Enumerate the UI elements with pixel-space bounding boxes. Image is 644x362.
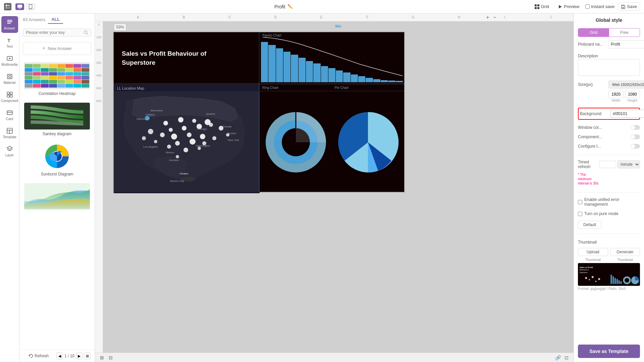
heatmap-thumbnail [24, 62, 90, 89]
upload-thumbnail-btn[interactable]: Upload [578, 248, 608, 256]
refresh-btn[interactable]: Refresh [29, 354, 49, 358]
search-box[interactable] [23, 29, 91, 37]
ruler-top: A B C D E F G H I J + − [95, 13, 574, 21]
window-col-toggle[interactable] [631, 125, 640, 130]
grid-toggle-btn[interactable]: Grid [578, 29, 609, 37]
description-textarea[interactable] [578, 59, 640, 76]
width-input[interactable] [608, 91, 624, 98]
main-area: Answer T Text Multimedia Material Compon… [0, 13, 644, 362]
size-inputs: Width Height [608, 91, 640, 102]
svg-point-92 [592, 276, 594, 278]
pareto-chart[interactable]: Pareto Chart [260, 32, 404, 84]
canvas-empty-area[interactable] [113, 199, 405, 266]
refresh-value-input[interactable] [599, 161, 616, 168]
canvas-bottom-right: 🔗 ⊡ [555, 355, 570, 361]
description-row: Description [578, 54, 640, 77]
svg-point-41 [178, 117, 183, 122]
dashboard-canvas[interactable]: Sales vs Profit Behaviour ofSuperstore P… [113, 32, 405, 193]
pareto-bars [260, 39, 404, 82]
sidebar-item-card[interactable]: Card [1, 107, 18, 123]
svg-rect-3 [8, 7, 10, 9]
background-input[interactable] [610, 110, 644, 118]
grid-icon[interactable]: ⊟ [108, 355, 114, 361]
sidebar-item-text[interactable]: T Text [1, 34, 18, 51]
canvas-viewport[interactable]: 59% 96s [103, 21, 574, 353]
canvas-bottom-bar: ⊞ ⊟ 🔗 ⊡ [95, 353, 574, 362]
all-tab[interactable]: ALL [48, 15, 63, 24]
pure-mode-checkbox[interactable] [578, 212, 582, 216]
view-toggle [15, 3, 35, 10]
svg-text:Cuba: Cuba [181, 172, 187, 175]
thumbnail-format: Format: jpg|png|gif / Ratio: 16x9 [578, 287, 640, 291]
link-icon[interactable]: 🔗 [555, 355, 561, 361]
svg-point-94 [598, 278, 600, 280]
component-toggle[interactable] [631, 135, 640, 139]
search-input[interactable] [26, 30, 84, 35]
refresh-hint: Ring Chart * Theminimuminterval is 30s [578, 172, 640, 186]
instant-save-toggle[interactable]: Instant save [585, 4, 614, 9]
save-template-btn[interactable]: Save as Template [578, 345, 640, 358]
refresh-unit-select[interactable]: minute [618, 160, 640, 168]
background-label: Background [580, 111, 608, 116]
zoom-in-btn[interactable]: + [485, 14, 491, 20]
svg-point-59 [167, 145, 171, 149]
free-toggle-btn[interactable]: Free [609, 29, 640, 37]
map-chart[interactable]: LL Location Map [114, 85, 260, 193]
next-page-btn[interactable]: ▶ [76, 353, 83, 359]
zoom-out-btn[interactable]: − [492, 14, 498, 20]
refresh-icon [29, 354, 33, 358]
grid-btn[interactable]: Grid [532, 3, 552, 10]
default-btn[interactable]: Default [578, 221, 601, 229]
search-icon [84, 30, 88, 35]
error-mgmt-row: Enable unified error management [578, 197, 640, 207]
share-icon[interactable]: ⊡ [564, 355, 570, 361]
desktop-view-btn[interactable] [15, 3, 24, 10]
size-preset-select[interactable]: Web 1920(1920x1080) [608, 81, 644, 89]
sidebar-item-layer[interactable]: Layer [1, 143, 18, 160]
svg-rect-25 [10, 92, 12, 94]
svg-point-23 [8, 75, 11, 78]
pinboard-name-input[interactable] [608, 40, 644, 48]
edit-title-icon[interactable]: ✏️ [287, 4, 293, 9]
sidebar-item-material[interactable]: Material [1, 70, 18, 87]
svg-rect-16 [7, 20, 12, 20]
svg-point-42 [192, 119, 196, 123]
svg-point-44 [169, 128, 173, 132]
sidebar-item-answer[interactable]: Answer [1, 16, 18, 33]
fit-icon[interactable]: ⊞ [99, 355, 105, 361]
list-item[interactable]: Sunburst Diagram [21, 140, 93, 179]
list-item[interactable]: Sankey diagram [21, 100, 93, 139]
mobile-view-btn[interactable] [26, 3, 35, 10]
sidebar-item-template[interactable]: Template [1, 125, 18, 142]
list-item[interactable]: Correlation Heatmap [21, 60, 93, 99]
svg-point-64 [176, 155, 179, 158]
top-bar: Profit ✏️ Grid Preview Instant save Save [0, 0, 644, 13]
sidebar-item-multimedia[interactable]: Multimedia [1, 52, 18, 69]
layout-toggle: Grid Free [578, 28, 640, 37]
sidebar-item-component[interactable]: Component [1, 89, 18, 105]
pure-mode-row: Turn on pure mode [578, 211, 640, 216]
page-info: 1 / 10 [64, 354, 74, 358]
horizontal-guideline [114, 83, 404, 84]
generate-thumbnail-btn[interactable]: Generate [610, 248, 640, 256]
title-text: Profit [274, 4, 285, 9]
ring-label: Ring Chart [260, 85, 332, 91]
save-btn[interactable]: Save [618, 2, 640, 11]
divider [578, 155, 640, 155]
thumbnail-actions: Upload Generate [578, 248, 640, 256]
component-label: Component... [578, 135, 629, 139]
svg-point-54 [175, 141, 180, 146]
height-input[interactable] [625, 91, 640, 98]
svg-rect-22 [7, 74, 12, 79]
item-label: Sunburst Diagram [24, 172, 90, 176]
preview-btn[interactable]: Preview [555, 3, 582, 10]
svg-text:Behaviour of: Behaviour of [580, 269, 589, 271]
list-item[interactable] [21, 180, 93, 215]
new-answer-btn[interactable]: + New Answer [23, 42, 91, 55]
panel-header: 83 Answers ALL [19, 13, 95, 26]
prev-page-btn[interactable]: ◀ [56, 353, 63, 359]
expand-page-btn[interactable]: ⊞ [84, 353, 91, 359]
svg-rect-11 [535, 7, 537, 9]
configure-toggle[interactable] [631, 144, 640, 149]
error-mgmt-checkbox[interactable] [578, 200, 582, 204]
